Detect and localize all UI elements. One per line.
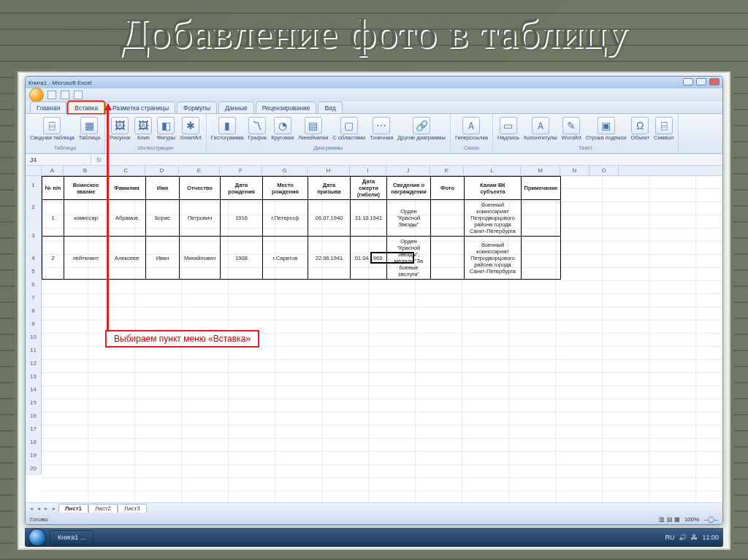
ribbon-item-объект[interactable]: ΩОбъект — [630, 117, 649, 141]
table-cell[interactable] — [522, 200, 561, 237]
ribbon-item-колонтитулы[interactable]: ＡКолонтитулы — [524, 117, 557, 141]
col-header[interactable]: J — [386, 166, 430, 175]
ribbon-item-график[interactable]: 〽График — [248, 117, 267, 141]
table-cell[interactable]: 1916 — [221, 200, 263, 237]
row-header[interactable]: 10 — [26, 331, 42, 344]
ribbon-item-рисунок[interactable]: 🖼Рисунок — [110, 117, 130, 141]
table-cell[interactable]: комиссар — [64, 200, 108, 237]
col-header[interactable]: B — [64, 166, 107, 175]
table-cell[interactable]: 22.06.1941 — [308, 237, 351, 280]
ribbon-item-гиперссылка[interactable]: ＡГиперссылка — [455, 117, 488, 141]
ribbon-item-надпись[interactable]: ▭Надпись — [497, 117, 519, 141]
ribbon-tab-вставка[interactable]: Вставка — [68, 101, 104, 113]
sheet-nav-icons[interactable]: ◂ ◂ ▸ ▸ — [30, 505, 57, 512]
col-header[interactable]: C — [107, 166, 145, 175]
ribbon-item-линейчатая[interactable]: ▤Линейчатая — [298, 117, 328, 141]
maximize-button[interactable] — [696, 78, 706, 85]
row-header[interactable]: 16 — [26, 410, 42, 423]
ribbon-item-фигуры[interactable]: ◧Фигуры — [156, 117, 175, 141]
table-cell[interactable] — [431, 200, 465, 237]
table-cell[interactable]: г.Петергоф — [263, 200, 308, 237]
office-button[interactable] — [30, 88, 43, 101]
ribbon-item-гистограмма[interactable]: ▮Гистограмма — [211, 117, 244, 141]
row-header[interactable]: 19 — [26, 449, 42, 462]
ribbon-tab-формулы[interactable]: Формулы — [177, 101, 217, 113]
col-header[interactable]: L — [464, 166, 521, 175]
row-header[interactable]: 9 — [26, 318, 42, 331]
ribbon-tab-вид[interactable]: Вид — [318, 101, 342, 113]
row-header[interactable]: 8 — [26, 304, 42, 318]
ribbon-item-wordart[interactable]: ✎WordArt — [562, 117, 581, 141]
col-header[interactable]: K — [430, 166, 464, 175]
minimize-button[interactable] — [683, 78, 693, 85]
table-cell[interactable]: Военный комиссариат Петродворцового райо… — [465, 200, 522, 237]
table-cell[interactable]: Абрамов — [108, 200, 146, 237]
start-button[interactable] — [29, 529, 45, 545]
zoom-controls[interactable]: ▥ ▤ ▦ 100% --◯-- — [659, 516, 718, 523]
table-cell[interactable]: 1908 — [221, 237, 263, 280]
close-button[interactable] — [709, 78, 720, 85]
table-cell[interactable]: Борис — [146, 200, 180, 237]
ribbon-tab-рецензирование[interactable]: Рецензирование — [256, 101, 317, 113]
ribbon-item-другие-диаграммы[interactable]: 🔗Другие диаграммы — [397, 117, 446, 141]
table-cell[interactable]: Михайлович — [180, 237, 221, 280]
sheet-tab[interactable]: Лист1 — [58, 504, 88, 513]
col-header[interactable]: A — [42, 166, 64, 175]
ribbon-item-символ[interactable]: ⌸Символ — [654, 117, 673, 141]
tray-clock[interactable]: 11:00 — [702, 534, 719, 541]
table-cell[interactable]: Иван — [146, 237, 180, 280]
ribbon-tab-главная[interactable]: Главная — [30, 101, 66, 113]
row-header[interactable]: 5 — [26, 265, 42, 278]
row-header[interactable]: 20 — [26, 462, 42, 475]
row-header[interactable]: 18 — [26, 436, 42, 449]
col-header[interactable]: G — [262, 166, 308, 175]
qat-save-icon[interactable] — [47, 91, 56, 99]
table-cell[interactable]: Петрович — [180, 200, 221, 237]
tray-network-icon[interactable]: 🖧 — [691, 534, 698, 541]
table-cell[interactable]: лейтенант — [64, 237, 108, 280]
row-header[interactable]: 12 — [26, 357, 42, 370]
table-cell[interactable]: 06.07.1940 — [308, 200, 351, 237]
sheet-tab[interactable]: Лист2 — [88, 504, 118, 513]
ribbon-item-круговая[interactable]: ◔Круговая — [271, 117, 294, 141]
table-cell[interactable]: г.Саратов — [263, 237, 308, 280]
col-header[interactable]: H — [308, 166, 350, 175]
ribbon-item-с-областями[interactable]: ▢С областями — [332, 117, 365, 141]
row-header[interactable]: 15 — [26, 396, 42, 410]
fx-icon[interactable]: fx — [91, 154, 107, 165]
table-cell[interactable]: Орден "Красной Звезды" — [387, 200, 431, 237]
table-cell[interactable] — [431, 237, 465, 280]
col-header[interactable]: D — [145, 166, 179, 175]
ribbon-tab-данные[interactable]: Данные — [218, 101, 254, 113]
ribbon-item-строка-подписи[interactable]: ▣Строка подписи — [586, 117, 627, 141]
qat-undo-icon[interactable] — [61, 91, 69, 99]
row-header[interactable]: 2 — [26, 195, 42, 220]
table-cell[interactable]: 1 — [42, 200, 64, 237]
row-header[interactable]: 4 — [26, 252, 42, 265]
row-header[interactable]: 13 — [26, 370, 42, 383]
sheet-tab[interactable]: Лист3 — [118, 504, 147, 513]
ribbon-item-клип[interactable]: 🖼Клип — [134, 117, 152, 141]
zoom-slider[interactable]: --◯-- — [703, 516, 718, 523]
row-header[interactable]: 7 — [26, 291, 42, 304]
table-cell[interactable]: 2 — [42, 237, 64, 280]
tray-lang-icon[interactable]: RU — [665, 534, 674, 541]
row-header[interactable]: 6 — [26, 278, 42, 291]
ribbon-tab-разметка страницы[interactable]: Разметка страницы — [106, 101, 175, 113]
formula-input[interactable] — [107, 154, 722, 165]
name-box[interactable]: J4 — [26, 154, 91, 165]
table-cell[interactable] — [522, 237, 561, 280]
table-cell[interactable]: 31.10.1941 — [351, 200, 387, 237]
tray-volume-icon[interactable]: 🔊 — [679, 534, 687, 541]
row-header[interactable]: 17 — [26, 423, 42, 436]
ribbon-item-smartart[interactable]: ✱SmartArt — [180, 117, 202, 141]
row-header[interactable]: 1 — [26, 176, 42, 195]
table-cell[interactable]: Военный комиссариат Петродворцового райо… — [465, 237, 522, 280]
row-header[interactable]: 11 — [26, 344, 42, 357]
taskbar-app-button[interactable]: Книга1 ... — [50, 530, 94, 545]
ribbon-item-точечная[interactable]: ⋯Точечная — [370, 117, 393, 141]
row-header[interactable]: 3 — [26, 220, 42, 252]
col-header[interactable]: E — [179, 166, 220, 175]
col-header[interactable]: N — [560, 166, 589, 175]
col-header[interactable]: I — [350, 166, 386, 175]
